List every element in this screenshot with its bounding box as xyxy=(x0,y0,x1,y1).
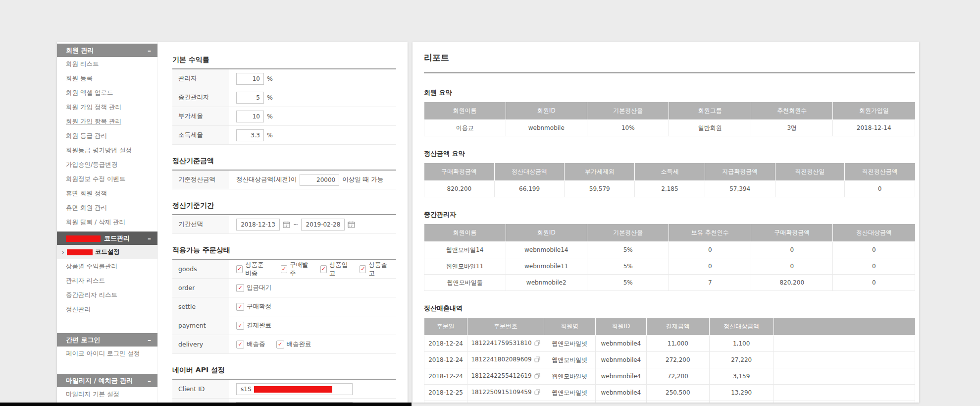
vat-rate-input[interactable] xyxy=(236,111,264,122)
row-label: 관리자 xyxy=(172,69,229,88)
form-row-period-select: 기간선택 ~ xyxy=(172,215,396,234)
form-row-client-id: Client ID xyxy=(172,380,396,399)
sidebar-section-code-management[interactable]: 코드관리 – xyxy=(57,232,157,245)
sidebar-section-easy-login[interactable]: 간편 로그인 – xyxy=(57,333,157,347)
calendar-icon[interactable] xyxy=(348,221,355,228)
sidebar-item-settlement-manage[interactable]: 정산관리 xyxy=(57,302,157,317)
checkbox-purchase-confirmed[interactable]: ✓구매확정 xyxy=(236,302,271,311)
checkbox-checked-icon: ✓ xyxy=(276,341,284,348)
date-range-tilde: ~ xyxy=(293,221,298,228)
row-label: goods xyxy=(172,260,229,278)
redaction-block xyxy=(254,386,332,393)
row-label: 기간선택 xyxy=(172,215,229,233)
sidebar-item-middle-admin-list[interactable]: 중간관리자 리스트 xyxy=(57,288,157,302)
collapse-minus-icon[interactable]: – xyxy=(148,377,151,384)
order-copy-link-icon[interactable] xyxy=(534,373,540,380)
row-label: settle xyxy=(172,297,229,316)
checkbox-goods-stock-out[interactable]: ✓상품출고 xyxy=(360,261,388,278)
sidebar-item-member-info-edit-event[interactable]: 회원정보 수정 이벤트 xyxy=(57,172,157,186)
admin-settings-window: 회원 관리 – 회원 리스트 회원 등록 회원 엑셀 업로드 회원 가입 정책 … xyxy=(57,42,408,406)
collapse-minus-icon[interactable]: – xyxy=(148,337,151,344)
base-amount-input[interactable] xyxy=(300,174,339,186)
report-title: 리포트 xyxy=(424,52,915,73)
sidebar-item-dormant-manage[interactable]: 휴면 회원 관리 xyxy=(57,201,157,215)
sidebar: 회원 관리 – 회원 리스트 회원 등록 회원 엑셀 업로드 회원 가입 정책 … xyxy=(57,42,158,406)
row-label: 소득세율 xyxy=(172,126,229,144)
table-row: 웹앤모바일14webnmobile145%000 xyxy=(424,242,915,258)
settle-summary-body: 820,20066,19959,5792,18557,3940 xyxy=(424,181,915,197)
sidebar-section-member-management[interactable]: 회원 관리 – xyxy=(57,44,157,57)
sidebar-item-withdraw-delete[interactable]: 회원 탈퇴 / 삭제 관리 xyxy=(57,215,157,230)
middle-managers-table: 회원이름 회원ID 기본정산율 보유 추천인수 구매확정금액 정산대상금액 웹앤… xyxy=(424,224,915,291)
form-row-base-amount: 기준정산금액 정산대상금액(세전)이 이상일 때 가능 xyxy=(172,171,396,189)
table-row: 820,20066,19959,5792,18557,3940 xyxy=(424,181,915,197)
sidebar-item-grade-eval-method[interactable]: 회원등급 평가방법 설정 xyxy=(57,143,157,158)
form-row-income-tax-rate: 소득세율 % xyxy=(172,126,396,145)
form-row-payment-status: payment ✓결제완료 xyxy=(172,316,396,335)
settings-form: 기본 수익률 관리자 % 중간관리자 % 부가세율 % 소득세율 % 정산기준금… xyxy=(157,42,408,406)
form-row-delivery-status: delivery ✓배송중 ✓배송완료 xyxy=(172,335,396,354)
amount-prefix-text: 정산대상금액(세전)이 xyxy=(236,175,297,184)
sidebar-item-member-grade[interactable]: 회원 등급 관리 xyxy=(57,129,157,143)
collapse-minus-icon[interactable]: – xyxy=(148,47,151,54)
section-heading-sales-detail: 정산매출내역 xyxy=(424,304,915,313)
sales-detail-table: 주문일 주문번호 회원명 회원ID 결제금액 정산대상금액 2018-12-24… xyxy=(424,318,915,403)
sidebar-item-join-approve-grade-change[interactable]: 가입승인/등급변경 xyxy=(57,158,157,172)
checkbox-goods-preparing[interactable]: ✓상품준비중 xyxy=(236,261,270,278)
period-start-input[interactable] xyxy=(236,219,280,231)
sidebar-section-title: 회원 관리 xyxy=(66,46,94,55)
checkbox-checked-icon: ✓ xyxy=(360,265,366,273)
calendar-icon[interactable] xyxy=(283,221,290,228)
sidebar-item-member-list[interactable]: 회원 리스트 xyxy=(57,57,157,71)
sidebar-item-join-fields[interactable]: 회원 가입 항목 관리 xyxy=(57,115,157,129)
sidebar-item-product-profit[interactable]: 상품별 수익률관리 xyxy=(57,259,157,274)
checkbox-checked-icon: ✓ xyxy=(281,265,287,273)
sidebar-item-dormant-policy[interactable]: 휴면 회원 정책 xyxy=(57,186,157,201)
income-tax-rate-input[interactable] xyxy=(236,129,264,141)
sidebar-item-member-register[interactable]: 회원 등록 xyxy=(57,71,157,86)
sidebar-spacer xyxy=(57,361,157,372)
admin-rate-input[interactable] xyxy=(236,73,264,85)
order-copy-link-icon[interactable] xyxy=(534,340,540,348)
unit-label: % xyxy=(267,113,273,120)
checkbox-goods-stock-in[interactable]: ✓상품입고 xyxy=(320,261,349,278)
table-row: 웹앤모바일둘webnmobile25%7820,2000 xyxy=(424,275,915,291)
sidebar-item-join-policy[interactable]: 회원 가입 정책 관리 xyxy=(57,100,157,115)
order-copy-link-icon[interactable] xyxy=(534,356,540,364)
sidebar-item-admin-list[interactable]: 관리자 리스트 xyxy=(57,274,157,288)
form-row-settle-status: settle ✓구매확정 xyxy=(172,297,396,316)
sidebar-section-title: 마일리지 / 예치금 관리 xyxy=(66,376,133,385)
period-end-input[interactable] xyxy=(301,219,345,231)
sidebar-item-code-setting-active[interactable]: › 코드설정 xyxy=(57,245,157,259)
form-row-middle-admin-rate: 중간관리자 % xyxy=(172,88,396,107)
checkbox-payment-complete[interactable]: ✓결제완료 xyxy=(236,321,271,330)
sidebar-item-member-excel-upload[interactable]: 회원 엑셀 업로드 xyxy=(57,86,157,100)
report-content: 리포트 회원 요약 회원이름 회원ID 기본정산율 회원그룹 추천회원수 회원가… xyxy=(413,42,919,403)
row-label: Client ID xyxy=(172,380,229,398)
collapse-minus-icon[interactable]: – xyxy=(148,235,151,242)
checkbox-shipping[interactable]: ✓배송중 xyxy=(236,340,265,348)
sidebar-section-mileage-deposit[interactable]: 마일리지 / 예치금 관리 – xyxy=(57,374,157,387)
checkbox-goods-purchase-order[interactable]: ✓구매발주 xyxy=(281,261,309,278)
section-heading-base-amount: 정산기준금액 xyxy=(172,157,396,171)
desktop: { "icons": {"check": "✓", "minus": "–", … xyxy=(0,0,980,406)
sidebar-section-title: 간편 로그인 xyxy=(66,336,101,345)
row-label: order xyxy=(172,279,229,297)
sidebar-section-title: 코드관리 xyxy=(66,234,130,243)
unit-label: % xyxy=(267,131,273,139)
sidebar-item-mileage-basic[interactable]: 마일리지 기본 설정 xyxy=(57,387,157,402)
member-summary-body: 이용교webnmobile10%일반회원3명2018-12-14 xyxy=(424,120,915,136)
sales-detail-body: 2018-12-241812241759531810웹앤모바일넷webnmobi… xyxy=(424,336,915,403)
checkbox-awaiting-deposit[interactable]: ✓입금대기 xyxy=(236,284,271,292)
middle-admin-rate-input[interactable] xyxy=(236,92,264,104)
sidebar-item-payco-login[interactable]: 페이코 아이디 로그인 설정 xyxy=(57,347,157,361)
section-heading-naver-api: 네이버 API 설정 xyxy=(172,366,396,380)
checkbox-checked-icon: ✓ xyxy=(236,284,244,292)
bottom-black-bar xyxy=(0,403,412,406)
order-copy-link-icon[interactable] xyxy=(534,389,540,397)
table-header-row: 회원이름 회원ID 기본정산율 회원그룹 추천회원수 회원가입일 xyxy=(424,102,915,120)
checkbox-delivered[interactable]: ✓배송완료 xyxy=(276,340,311,348)
row-label: 중간관리자 xyxy=(172,88,229,107)
chevron-right-icon: › xyxy=(62,249,64,256)
form-row-vat-rate: 부가세율 % xyxy=(172,107,396,126)
